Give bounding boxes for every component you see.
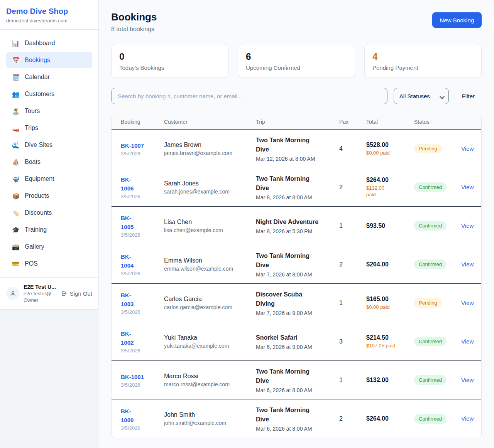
status-cell: Confirmed	[414, 375, 461, 385]
booking-date: 3/5/2026	[121, 151, 159, 157]
view-link[interactable]: View	[461, 261, 474, 268]
booking-id-link[interactable]: BK-1007	[121, 141, 159, 150]
sidebar-item-bookings[interactable]: 📅 Bookings	[6, 52, 92, 68]
trip-datetime: Mar 6, 2026 at 9:00 AM	[256, 344, 335, 350]
status-cell: Pending	[414, 144, 461, 153]
sidebar-item-discounts[interactable]: 🏷️ Discounts	[6, 205, 92, 221]
sidebar-item-dashboard[interactable]: 📊 Dashboard	[6, 35, 92, 51]
pax-cell: 1	[339, 377, 366, 384]
trip-name: Two Tank Morning Dive	[256, 406, 320, 424]
customer-email: emma.wilson@example.com	[164, 266, 251, 272]
customer-email: carlos.garcia@example.com	[164, 304, 251, 310]
customer-cell: James Brown james.brown@example.com	[164, 141, 256, 156]
sidebar-item-calendar[interactable]: 🗓️ Calendar	[6, 69, 92, 85]
sidebar-item-boats[interactable]: ⛵ Boats	[6, 154, 92, 170]
customer-email: john.smith@example.com	[164, 420, 251, 426]
booking-id-link[interactable]: BK-1006	[121, 175, 159, 193]
filter-button[interactable]: Filter	[455, 93, 482, 99]
page-title: Bookings	[111, 11, 157, 23]
booking-cell: BK-1003 3/5/2026	[121, 291, 164, 315]
booking-id-link[interactable]: BK-1003	[121, 291, 159, 308]
tours-icon: 🏝️	[12, 108, 20, 115]
status-cell: Pending	[414, 298, 461, 308]
sidebar-nav: 📊 Dashboard 📅 Bookings 🗓️ Calendar 👥 Cus…	[0, 30, 98, 277]
customer-email: marco.rossi@example.com	[164, 381, 251, 387]
actions-cell: View	[461, 261, 478, 268]
stat-value: 6	[246, 51, 347, 62]
customer-email: lisa.chen@example.com	[164, 227, 251, 233]
status-badge: Confirmed	[414, 259, 447, 269]
sidebar-item-training[interactable]: 🎓 Training	[6, 222, 92, 238]
stat-label: Pending Payment	[372, 64, 474, 71]
sidebar-item-equipment[interactable]: 🤿 Equipment	[6, 171, 92, 187]
booking-id-link[interactable]: BK-1000	[121, 407, 159, 424]
booking-id-link[interactable]: BK-1001	[121, 372, 159, 381]
sign-out-button[interactable]: Sign Out	[61, 290, 92, 297]
customer-name: Marco Rossi	[164, 373, 251, 380]
status-badge: Pending	[414, 144, 442, 153]
trip-datetime: Mar 7, 2026 at 8:00 AM	[256, 271, 335, 278]
view-link[interactable]: View	[461, 145, 474, 152]
booking-date: 3/5/2026	[121, 232, 159, 238]
search-input[interactable]	[111, 88, 387, 104]
pax-cell: 2	[339, 415, 366, 422]
sidebar-item-tours[interactable]: 🏝️ Tours	[6, 103, 92, 119]
status-badge: Confirmed	[414, 221, 447, 231]
booking-id-link[interactable]: BK-1002	[121, 329, 159, 347]
app-layout: Demo Dive Shop demo.test.divestreams.com…	[0, 0, 494, 448]
paid-amount: $132.00paid	[366, 185, 409, 198]
view-link[interactable]: View	[461, 338, 474, 345]
table-row: BK-1004 3/5/2026 Emma Wilson emma.wilson…	[112, 245, 481, 284]
booking-cell: BK-1002 3/5/2026	[121, 329, 164, 354]
booking-cell: BK-1000 3/5/2026	[121, 407, 164, 431]
status-badge: Pending	[414, 298, 442, 308]
sidebar-item-products[interactable]: 📦 Products	[6, 188, 92, 204]
total-cell: $528.00 $0.00 paid	[366, 141, 414, 156]
sidebar-item-dive-sites[interactable]: 🌊 Dive Sites	[6, 137, 92, 153]
booking-id-link[interactable]: BK-1004	[121, 252, 159, 270]
table-body: BK-1007 3/5/2026 James Brown james.brown…	[112, 130, 481, 438]
total-cell: $264.00	[366, 415, 414, 422]
status-cell: Confirmed	[414, 182, 461, 192]
view-link[interactable]: View	[461, 222, 474, 229]
booking-id-link[interactable]: BK-1005	[121, 214, 159, 231]
view-link[interactable]: View	[461, 377, 474, 383]
status-select[interactable]: All Statuses	[394, 88, 449, 104]
user-icon	[10, 290, 16, 297]
actions-cell: View	[461, 184, 478, 191]
view-link[interactable]: View	[461, 415, 474, 422]
sidebar-item-label: Gallery	[25, 243, 44, 250]
actions-cell: View	[461, 415, 478, 422]
table-header-row: BookingCustomerTripPaxTotalStatus	[112, 114, 481, 130]
column-header: Trip	[256, 119, 339, 125]
trip-name: Two Tank Morning Dive	[256, 174, 320, 193]
sidebar-item-gallery[interactable]: 📸 Gallery	[6, 239, 92, 255]
view-link[interactable]: View	[461, 300, 474, 306]
page-header-text: Bookings 8 total bookings	[111, 11, 157, 33]
sidebar-item-label: Calendar	[25, 74, 50, 81]
sidebar-item-trips[interactable]: 🚤 Trips	[6, 120, 92, 136]
sidebar-header: Demo Dive Shop demo.test.divestreams.com	[0, 0, 98, 29]
sidebar-item-pos[interactable]: 💳 POS	[6, 256, 92, 272]
total-cell: $214.50 $107.25 paid	[366, 334, 414, 349]
column-header: Total	[366, 119, 414, 125]
pax-cell: 1	[339, 300, 366, 307]
customer-cell: Emma Wilson emma.wilson@example.com	[164, 257, 256, 272]
booking-date: 3/5/2026	[121, 271, 159, 276]
sidebar-item-label: Dashboard	[25, 40, 55, 47]
trip-cell: Two Tank Morning Dive Mar 6, 2026 at 8:0…	[256, 367, 339, 393]
sidebar-item-customers[interactable]: 👥 Customers	[6, 86, 92, 102]
total-amount: $132.00	[366, 377, 409, 384]
new-booking-button[interactable]: New Booking	[432, 12, 482, 28]
status-cell: Confirmed	[414, 337, 461, 346]
booking-cell: BK-1004 3/5/2026	[121, 252, 164, 276]
main-content: Bookings 8 total bookings New Booking 0 …	[99, 0, 494, 448]
stat-value: 4	[372, 51, 474, 62]
view-link[interactable]: View	[461, 184, 474, 190]
sidebar-item-label: Bookings	[25, 57, 50, 64]
user-section: E2E Test U... e2e-tester@... Owner Sign …	[0, 277, 98, 309]
filter-row: All Statuses Filter	[111, 88, 482, 104]
booking-cell: BK-1006 3/5/2026	[121, 175, 164, 199]
stats-row: 0 Today's Bookings 6 Upcoming Confirmed …	[111, 44, 482, 78]
calendar-icon: 🗓️	[12, 74, 20, 81]
